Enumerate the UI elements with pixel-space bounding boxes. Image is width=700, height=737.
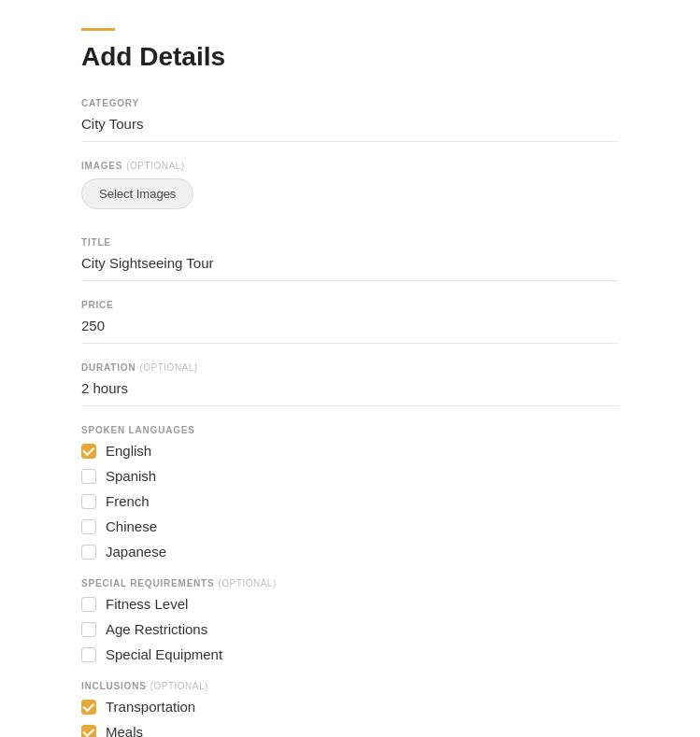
checkbox-icon[interactable] [81,444,96,459]
checkbox-label: Meals [106,724,143,737]
checkbox-icon[interactable] [81,494,96,509]
list-item[interactable]: Meals [81,724,619,737]
checkbox-icon[interactable] [81,700,96,715]
checkbox-label: Chinese [106,518,157,534]
category-field: CATEGORY City Tours [81,98,619,142]
title-field: TITLE City Sightseeing Tour [81,237,619,281]
spoken-languages-list: EnglishSpanishFrenchChineseJapanese [81,443,619,560]
category-label: CATEGORY [81,98,619,108]
title-label: TITLE [81,237,619,248]
checkbox-label: Transportation [106,699,195,715]
special-requirements-section: SPECIAL REQUIREMENTS(OPTIONAL) Fitness L… [81,578,619,662]
list-item[interactable]: Chinese [81,518,619,534]
checkbox-label: Age Restrictions [106,621,207,637]
list-item[interactable]: Transportation [81,699,619,715]
price-label: PRICE [81,300,619,310]
list-item[interactable]: Spanish [81,468,619,484]
list-item[interactable]: French [81,493,619,509]
select-images-button[interactable]: Select Images [81,178,193,209]
list-item[interactable]: Age Restrictions [81,621,619,637]
price-field: PRICE 250 [81,300,619,344]
checkbox-icon[interactable] [81,519,96,534]
special-requirements-label: SPECIAL REQUIREMENTS(OPTIONAL) [81,578,619,588]
checkbox-label: Fitness Level [106,596,188,612]
checkbox-icon[interactable] [81,545,96,560]
list-item[interactable]: English [81,443,619,459]
title-value: City Sightseeing Tour [81,255,619,281]
checkbox-icon[interactable] [81,647,96,662]
checkbox-label: Spanish [106,468,156,484]
checkbox-label: Japanese [106,544,166,560]
list-item[interactable]: Japanese [81,544,619,560]
checkbox-label: English [106,443,151,459]
spoken-languages-label: SPOKEN LANGUAGES [81,425,619,435]
duration-label: DURATION(OPTIONAL) [81,362,619,373]
checkbox-label: Special Equipment [106,646,222,662]
inclusions-list: TransportationMealsInternetSouvenirs [81,699,619,737]
images-label: IMAGES(OPTIONAL) [81,161,619,171]
images-field: IMAGES(OPTIONAL) Select Images [81,161,619,219]
price-value: 250 [81,318,619,344]
spoken-languages-section: SPOKEN LANGUAGES EnglishSpanishFrenchChi… [81,425,619,560]
page-title: Add Details [81,42,619,72]
inclusions-section: INCLUSIONS(OPTIONAL) TransportationMeals… [81,681,619,737]
checkbox-icon[interactable] [81,725,96,738]
duration-value: 2 hours [81,380,619,406]
checkbox-label: French [106,493,150,509]
list-item[interactable]: Fitness Level [81,596,619,612]
checkbox-icon[interactable] [81,597,96,612]
duration-field: DURATION(OPTIONAL) 2 hours [81,362,619,406]
special-requirements-list: Fitness LevelAge RestrictionsSpecial Equ… [81,596,619,662]
checkbox-icon[interactable] [81,469,96,484]
inclusions-label: INCLUSIONS(OPTIONAL) [81,681,619,691]
accent-bar [81,28,115,31]
checkbox-icon[interactable] [81,622,96,637]
category-value: City Tours [81,116,619,142]
list-item[interactable]: Special Equipment [81,646,619,662]
